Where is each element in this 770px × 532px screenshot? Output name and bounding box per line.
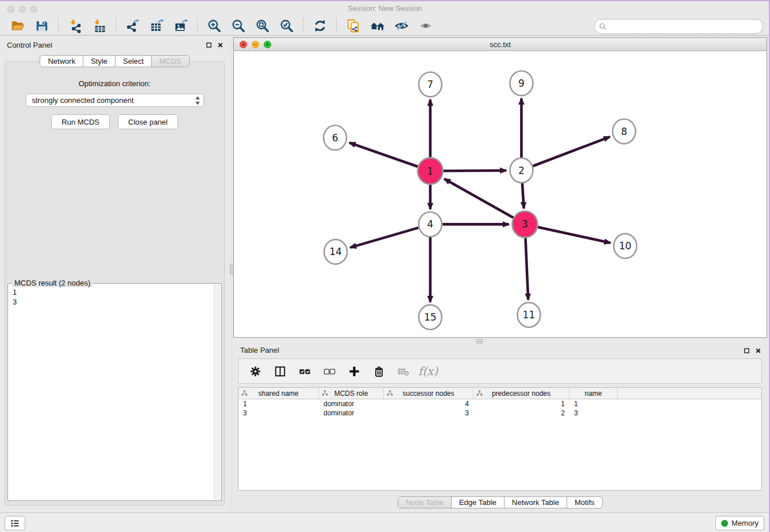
table-row[interactable]: 1dominator411 <box>238 399 761 408</box>
task-history-button[interactable] <box>5 516 25 530</box>
table-row[interactable]: 3dominator323 <box>238 408 761 418</box>
zoom-fit-button[interactable] <box>254 17 271 34</box>
show-hidden-button[interactable] <box>417 17 434 34</box>
column-header-shared-name[interactable]: shared name <box>238 388 319 399</box>
zoom-out-button[interactable] <box>230 17 247 34</box>
cell-predecessor-nodes[interactable]: 2 <box>473 408 569 418</box>
graph-edge-2-3[interactable] <box>522 183 524 209</box>
network-window-titlebar[interactable]: scc.txt <box>234 38 767 51</box>
toolbar-separator <box>197 18 198 33</box>
graph-edge-3-11[interactable] <box>525 237 528 299</box>
toolbar-separator <box>58 18 59 33</box>
graph-node-8[interactable]: 8 <box>613 119 636 144</box>
network-canvas[interactable]: 7968124314101511 <box>234 51 767 337</box>
criterion-dropdown[interactable]: strongly connected component <box>26 94 204 107</box>
graph-node-10[interactable]: 10 <box>614 234 637 259</box>
cell-successor-nodes[interactable]: 3 <box>384 408 473 418</box>
cell-predecessor-nodes[interactable]: 1 <box>473 399 569 408</box>
export-image-button[interactable] <box>172 17 190 34</box>
close-panel-button[interactable]: Close panel <box>118 114 178 129</box>
tab-select[interactable]: Select <box>116 56 152 67</box>
save-session-button[interactable] <box>33 17 51 34</box>
search-field[interactable] <box>594 19 763 34</box>
export-table-button[interactable] <box>148 17 165 34</box>
table-toolbar: f(x) <box>238 358 762 384</box>
export-network-button[interactable] <box>124 17 141 34</box>
graph-node-3[interactable]: 3 <box>512 211 537 237</box>
graph-node-15[interactable]: 15 <box>419 305 442 330</box>
mcds-result-box[interactable]: MCDS result (2 nodes) 13 <box>7 283 222 501</box>
column-header-successor-nodes[interactable]: successor nodes <box>384 388 473 399</box>
graph-edge-3-1[interactable] <box>444 179 513 218</box>
splitter-grip-icon[interactable] <box>476 339 483 344</box>
cell-shared-name[interactable]: 1 <box>238 399 319 408</box>
refresh-view-button[interactable] <box>311 17 329 34</box>
tab-network[interactable]: Network <box>40 56 83 67</box>
function-builder-button: f(x) <box>421 364 436 379</box>
cell-successor-nodes[interactable]: 4 <box>384 399 473 408</box>
cell-shared-name[interactable]: 3 <box>238 408 319 418</box>
graph-node-9[interactable]: 9 <box>510 71 533 95</box>
graph-node-1[interactable]: 1 <box>418 158 443 184</box>
float-panel-icon[interactable] <box>744 348 750 354</box>
tab-network-table[interactable]: Network Table <box>505 497 567 508</box>
toolbar-separator <box>336 18 337 33</box>
tab-edge-table[interactable]: Edge Table <box>452 497 505 508</box>
graph-edge-1-6[interactable] <box>349 142 418 167</box>
graph-edge-4-14[interactable] <box>350 228 418 248</box>
import-table-button[interactable] <box>91 17 108 34</box>
open-file-button[interactable] <box>9 17 26 34</box>
home-layout-icon <box>370 18 385 33</box>
float-panel-icon[interactable] <box>206 42 212 48</box>
unselect-all-columns-icon <box>323 365 336 378</box>
select-all-columns-button[interactable] <box>297 364 312 379</box>
result-scrollbar[interactable] <box>214 284 221 500</box>
clone-network-icon <box>346 18 361 33</box>
cell-name[interactable]: 3 <box>569 408 618 418</box>
graph-node-14[interactable]: 14 <box>324 240 347 264</box>
clone-network-button[interactable] <box>345 17 362 34</box>
cell-name[interactable]: 1 <box>569 399 618 408</box>
memory-button[interactable]: Memory <box>715 516 764 530</box>
create-column-button[interactable] <box>346 364 361 379</box>
close-panel-icon[interactable] <box>755 348 761 354</box>
column-header-predecessor-nodes[interactable]: predecessor nodes <box>473 388 569 399</box>
hierarchy-icon <box>476 390 483 396</box>
tab-style[interactable]: Style <box>83 56 116 67</box>
graph-node-11[interactable]: 11 <box>517 303 540 327</box>
delete-columns-button[interactable] <box>371 364 386 379</box>
horizontal-splitter[interactable] <box>233 338 767 344</box>
open-file-icon <box>10 18 25 33</box>
home-layout-button[interactable] <box>369 17 386 34</box>
import-network-icon <box>68 18 83 33</box>
zoom-selected-button[interactable] <box>278 17 295 34</box>
graph-node-7[interactable]: 7 <box>419 72 442 97</box>
network-view-title: scc.txt <box>234 40 767 49</box>
tab-motifs[interactable]: Motifs <box>567 497 602 508</box>
import-network-button[interactable] <box>67 17 84 34</box>
graph-node-4[interactable]: 4 <box>419 212 442 237</box>
show-columns-button[interactable] <box>272 364 287 379</box>
run-mcds-button[interactable]: Run MCDS <box>51 114 110 129</box>
tab-node-table[interactable]: Node Table <box>398 497 452 508</box>
graph-edge-1-2[interactable] <box>444 171 506 171</box>
cell-MCDS-role[interactable]: dominator <box>319 408 384 418</box>
graph-node-2[interactable]: 2 <box>510 158 533 183</box>
search-input[interactable] <box>607 21 763 32</box>
graph-edge-2-8[interactable] <box>533 137 610 166</box>
zoom-in-button[interactable] <box>206 17 223 34</box>
cell-MCDS-role[interactable]: dominator <box>319 399 384 408</box>
table-settings-button[interactable] <box>248 364 263 379</box>
graph-edge-3-10[interactable] <box>538 227 610 242</box>
column-header-MCDS-role[interactable]: MCDS role <box>319 388 384 399</box>
graph-node-6[interactable]: 6 <box>324 125 346 150</box>
network-graph[interactable]: 7968124314101511 <box>234 51 767 337</box>
main-toolbar <box>0 16 770 36</box>
status-bar: Memory <box>0 512 770 532</box>
column-header-name[interactable]: name <box>569 388 618 399</box>
close-panel-icon[interactable] <box>217 42 224 48</box>
hide-selected-button[interactable] <box>393 17 410 34</box>
tab-mcds[interactable]: MCDS <box>152 56 188 67</box>
unselect-all-columns-button[interactable] <box>322 364 337 379</box>
vertical-splitter[interactable] <box>229 36 233 512</box>
